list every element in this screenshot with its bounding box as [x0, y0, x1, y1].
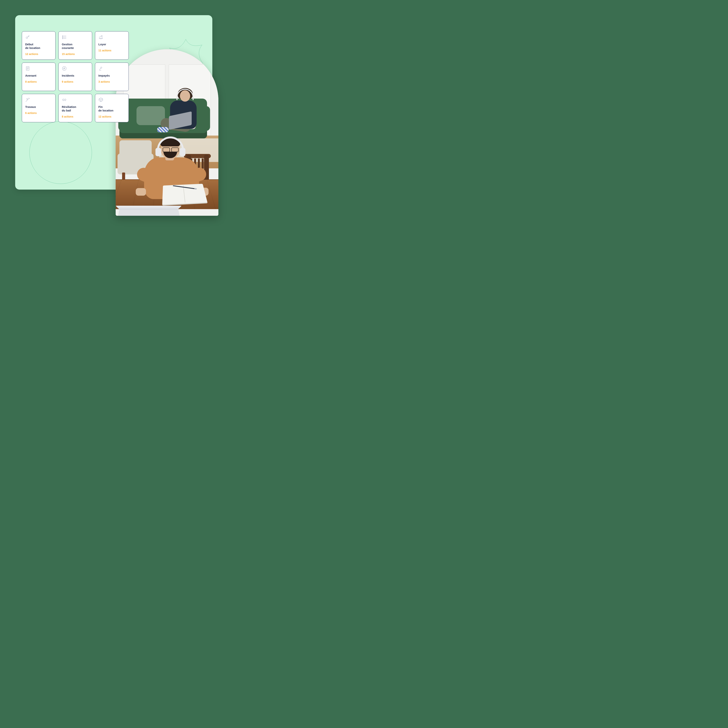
card-debut-de-location[interactable]: Début de location 12 actions [22, 31, 55, 60]
card-loyer[interactable]: Loyer 11 actions [95, 31, 129, 60]
card-title: Travaux [25, 105, 52, 109]
card-title: Avenant [25, 74, 52, 78]
hero-photo [116, 49, 219, 216]
svg-point-7 [101, 35, 102, 37]
card-title: Loyer [98, 43, 125, 46]
card-count: 3 actions [98, 80, 125, 83]
card-avenant[interactable]: Avenant 8 actions [22, 63, 55, 91]
card-travaux[interactable]: Travaux 6 actions [22, 94, 55, 122]
coins-icon [98, 35, 103, 40]
cards-grid: Début de location 12 actions Gestion cou… [22, 31, 129, 122]
card-title: Résiliation du bail [62, 105, 89, 112]
card-count: 8 actions [25, 80, 52, 83]
key-icon [25, 35, 30, 40]
card-fin-de-location[interactable]: Fin de location 12 actions [95, 94, 129, 122]
card-count: 15 actions [62, 52, 89, 55]
card-count: 12 actions [25, 52, 52, 55]
card-title: Fin de location [98, 105, 125, 112]
card-title: Gestion courante [62, 43, 89, 50]
stage: Début de location 12 actions Gestion cou… [0, 0, 228, 228]
person-on-couch [168, 89, 200, 129]
card-impayes[interactable]: Impayés 3 actions [95, 63, 129, 91]
card-gestion-courante[interactable]: Gestion courante 15 actions [58, 31, 92, 60]
box-icon [98, 97, 103, 102]
card-title: Incidents [62, 74, 89, 78]
card-title: Impayés [98, 74, 125, 78]
card-count: 9 actions [62, 80, 89, 83]
decorative-circle [29, 121, 92, 184]
card-count: 12 actions [98, 115, 125, 118]
card-title: Début de location [25, 43, 52, 50]
list-icon [62, 35, 67, 40]
svg-rect-3 [63, 37, 63, 38]
svg-rect-5 [63, 38, 63, 39]
card-count: 8 actions [62, 115, 89, 118]
laptop [116, 199, 181, 216]
stop-hand-icon [62, 66, 67, 71]
card-incidents[interactable]: Incidents 9 actions [58, 63, 92, 91]
handshake-icon [62, 97, 67, 102]
card-count: 6 actions [25, 112, 52, 115]
document-icon [25, 66, 30, 71]
card-count: 11 actions [98, 49, 125, 52]
svg-rect-1 [63, 36, 63, 36]
tools-icon [25, 97, 30, 102]
card-resiliation-du-bail[interactable]: Résiliation du bail 8 actions [58, 94, 92, 122]
gavel-icon [98, 66, 103, 71]
